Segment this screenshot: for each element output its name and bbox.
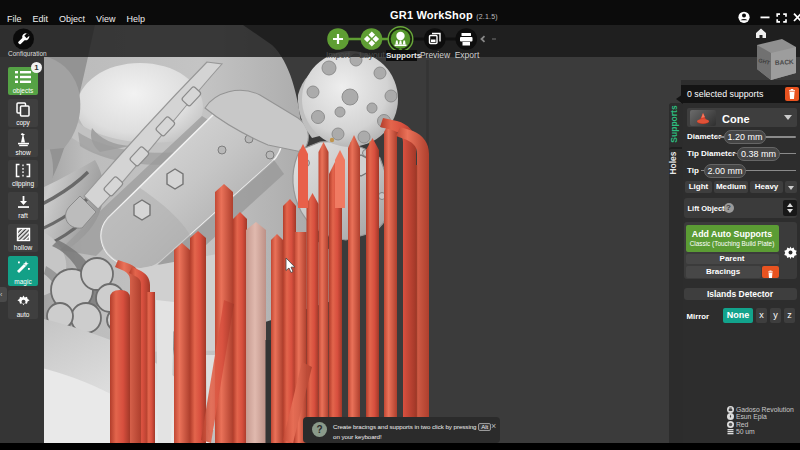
svg-text:BACK: BACK — [775, 58, 794, 66]
